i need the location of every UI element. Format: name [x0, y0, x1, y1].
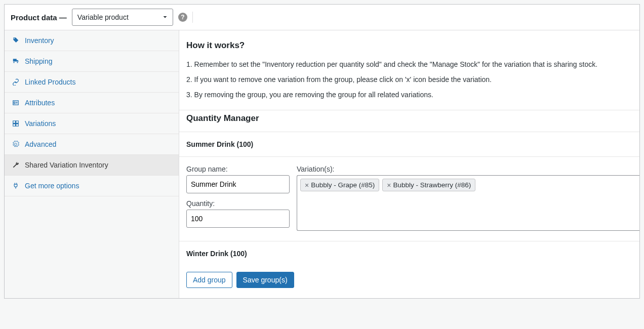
group-summer-drink: Summer Drink (100) Group name: Quantity: — [179, 132, 639, 241]
tab-label: Shared Variation Inventory — [25, 161, 108, 169]
grid-icon — [12, 119, 20, 128]
tab-label: Attributes — [25, 99, 55, 107]
add-group-button[interactable]: Add group — [186, 272, 232, 288]
main-content: How it works? 1. Remember to set the "In… — [179, 30, 639, 298]
tab-variations[interactable]: Variations — [5, 113, 179, 134]
tab-advanced[interactable]: Advanced — [5, 134, 179, 155]
tab-label: Get more options — [25, 182, 79, 190]
tab-label: Variations — [25, 119, 56, 128]
variation-tag: × Bubbly - Grape (#85) — [300, 179, 379, 191]
product-data-tabs: Inventory Shipping Linked Products Attri… — [5, 30, 179, 298]
truck-icon — [12, 57, 20, 65]
tab-shipping[interactable]: Shipping — [5, 51, 179, 72]
group-name-input[interactable] — [186, 175, 290, 193]
group-winter-drink: Winter Drink (100) — [179, 241, 639, 266]
group-header[interactable]: Winter Drink (100) — [186, 241, 639, 266]
group-header[interactable]: Summer Drink (100) — [186, 132, 639, 156]
product-data-panel: Product data — Variable product ? Invent… — [4, 4, 640, 299]
tab-shared-variation-inventory[interactable]: Shared Variation Inventory — [5, 155, 179, 176]
panel-header: Product data — Variable product ? — [5, 5, 639, 30]
quantity-label: Quantity: — [186, 199, 290, 208]
group-body: Group name: Quantity: Variation(s): × — [179, 156, 639, 241]
tag-icon — [12, 36, 20, 45]
tab-label: Linked Products — [25, 78, 75, 86]
tab-linked-products[interactable]: Linked Products — [5, 72, 179, 93]
variations-label: Variation(s): — [297, 165, 639, 173]
how-it-works-title: How it works? — [186, 40, 639, 51]
wrench-icon — [12, 161, 20, 169]
group-right-fields: Variation(s): × Bubbly - Grape (#85) × B… — [297, 165, 639, 231]
panel-body: Inventory Shipping Linked Products Attri… — [5, 30, 639, 298]
plug-icon — [12, 182, 20, 190]
chevron-down-icon — [162, 14, 169, 21]
link-icon — [12, 78, 20, 86]
how-step-1: 1. Remember to set the "Inventory reduct… — [186, 59, 639, 71]
divider — [192, 12, 193, 23]
tab-inventory[interactable]: Inventory — [5, 30, 179, 51]
how-step-2: 2. If you want to remove one variation f… — [186, 74, 639, 86]
tab-label: Advanced — [25, 140, 56, 148]
product-type-select[interactable]: Variable product — [72, 9, 173, 26]
save-groups-button[interactable]: Save group(s) — [236, 272, 294, 288]
variation-tag-label: Bubbly - Grape (#85) — [311, 181, 375, 189]
tab-attributes[interactable]: Attributes — [5, 93, 179, 113]
product-type-value: Variable product — [77, 13, 129, 21]
group-actions: Add group Save group(s) — [186, 272, 639, 289]
tab-get-more-options[interactable]: Get more options — [5, 176, 179, 196]
variations-select[interactable]: × Bubbly - Grape (#85) × Bubbly - Strawb… — [297, 175, 639, 231]
quantity-manager-title: Quantity Manager — [186, 113, 639, 124]
remove-variation-icon[interactable]: × — [305, 182, 309, 189]
tab-label: Inventory — [25, 36, 54, 45]
help-icon[interactable]: ? — [178, 13, 187, 22]
divider — [179, 110, 639, 110]
how-step-3: 3. By removing the group, you are removi… — [186, 89, 639, 101]
remove-variation-icon[interactable]: × — [387, 182, 391, 189]
quantity-input[interactable] — [186, 210, 290, 228]
tab-label: Shipping — [25, 57, 53, 65]
gear-icon — [12, 140, 20, 148]
variation-tag: × Bubbly - Strawberry (#86) — [382, 179, 475, 191]
group-name-label: Group name: — [186, 165, 290, 173]
variation-tag-label: Bubbly - Strawberry (#86) — [393, 181, 471, 189]
group-left-fields: Group name: Quantity: — [186, 165, 290, 231]
id-icon — [12, 99, 20, 107]
panel-title: Product data — — [11, 13, 67, 22]
